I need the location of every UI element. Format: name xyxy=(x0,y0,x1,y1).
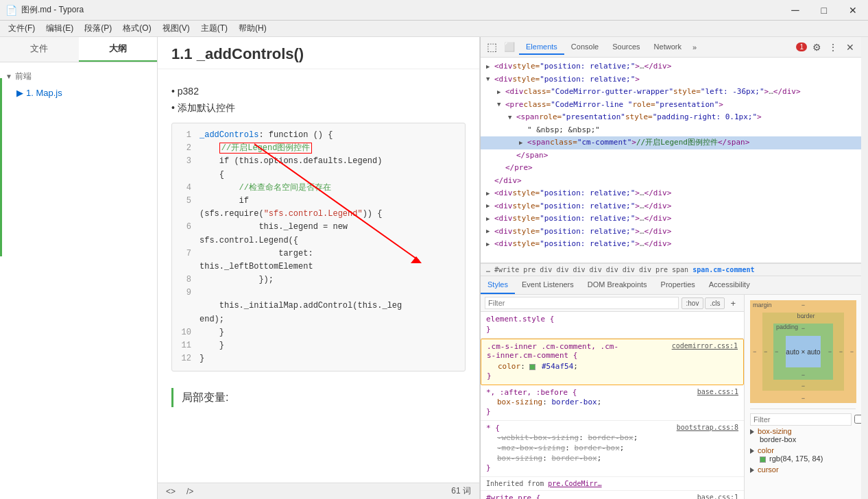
tab-files[interactable]: 文件 xyxy=(0,37,79,62)
style-selector: element.style { xyxy=(486,315,738,324)
menu-edit[interactable]: 编辑(E) xyxy=(40,21,79,36)
add-style-btn[interactable]: + xyxy=(726,297,740,309)
code-line-3: 3 if (this.options.defaults.Legend) xyxy=(178,155,459,168)
gear-icon[interactable]: ⚙ xyxy=(810,42,824,53)
dom-line-14[interactable]: ▶ <div style="position: relative;" > … <… xyxy=(481,238,861,251)
devtools-tab-sources[interactable]: Sources xyxy=(605,40,647,55)
code-line-7: 7 target: xyxy=(178,247,459,260)
dom-line-13[interactable]: ▶ <div style="position: relative;" > … <… xyxy=(481,226,861,239)
menu-file[interactable]: 文件(F) xyxy=(3,21,40,36)
breadcrumb-more[interactable]: … xyxy=(486,266,490,273)
breadcrumb-div4[interactable]: div xyxy=(590,266,602,273)
menu-paragraph[interactable]: 段落(P) xyxy=(79,21,117,36)
computed-filter-input[interactable] xyxy=(750,413,852,426)
sidebar-item-mapjs[interactable]: ▶1. Map.js xyxy=(5,85,152,101)
source-link-bootstrap[interactable]: bootstrap.css:8 xyxy=(677,424,738,431)
devtools-tab-network[interactable]: Network xyxy=(647,40,688,55)
hov-btn[interactable]: :hov xyxy=(682,297,704,309)
cls-btn[interactable]: .cls xyxy=(705,297,725,309)
code-block: 1 _addControls: function () { 2 //开启Lege… xyxy=(171,123,466,372)
breadcrumb-div3[interactable]: div xyxy=(573,266,586,273)
dom-line-0[interactable]: ▶ <div style="position: relative;" > … <… xyxy=(481,60,861,73)
breadcrumb-div1[interactable]: div xyxy=(540,266,552,273)
breadcrumb-div5[interactable]: div xyxy=(606,266,618,273)
source-link-base[interactable]: base.css:1 xyxy=(697,388,738,395)
close-btn[interactable]: ✕ xyxy=(843,5,863,16)
expand-icon[interactable] xyxy=(750,429,754,435)
expand-icon[interactable] xyxy=(750,448,754,454)
devtools-panel: ⬚ ⬜ Elements Console Sources Network » 1… xyxy=(480,37,861,499)
margin-bottom-val: − xyxy=(801,395,805,402)
sidebar-section-title[interactable]: ▼ 前端 xyxy=(5,68,152,85)
styles-filter-input[interactable] xyxy=(485,297,679,309)
menu-format[interactable]: 格式(O) xyxy=(117,21,156,36)
dom-line-3[interactable]: ▼ <pre class="CodeMirror-line " role="pr… xyxy=(481,99,861,112)
devtools-tab-console[interactable]: Console xyxy=(564,40,605,55)
menu-help[interactable]: 帮助(H) xyxy=(233,21,272,36)
color-swatch[interactable] xyxy=(529,364,535,370)
show-all-checkbox[interactable] xyxy=(854,415,861,424)
dom-line-5[interactable]: " &nbsp; &nbsp;" xyxy=(481,124,861,137)
maximize-btn[interactable]: □ xyxy=(816,5,832,16)
inspect-element-btn[interactable]: ⬚ xyxy=(483,39,500,56)
lower-tab-dom-breakpoints[interactable]: DOM Breakpoints xyxy=(581,276,654,294)
breadcrumb-pre2[interactable]: pre xyxy=(655,266,668,273)
source-link-cm[interactable]: codemirror.css:1 xyxy=(672,342,738,350)
breadcrumb-pre[interactable]: pre xyxy=(523,266,535,273)
minimize-btn[interactable]: ─ xyxy=(786,4,804,16)
breadcrumb-div6[interactable]: div xyxy=(623,266,635,273)
dom-line-6[interactable]: ▶ <span class="cm-comment" > //开启Legend图… xyxy=(481,136,861,149)
breadcrumb-write[interactable]: #write xyxy=(494,266,519,273)
code-text-9b: this._initialMap.addControl(this._leg xyxy=(200,300,402,313)
lower-tabs: Styles Event Listeners DOM Breakpoints P… xyxy=(481,276,861,295)
breadcrumb-span-cm-comment[interactable]: span.cm-comment xyxy=(692,266,754,273)
lower-tab-event-listeners[interactable]: Event Listeners xyxy=(515,276,581,294)
dom-line-11[interactable]: ▶ <div style="position: relative;" > … <… xyxy=(481,200,861,213)
devtools-tab-elements[interactable]: Elements xyxy=(519,40,564,55)
code-text-12: } xyxy=(200,352,204,365)
dom-line-1[interactable]: ▼ <div style="position: relative;" > xyxy=(481,73,861,86)
code-text-8: }); xyxy=(200,273,274,287)
dom-line-10[interactable]: ▶ <div style="position: relative;" > … <… xyxy=(481,187,861,200)
computed-item-color: color rgb(84, 175, 84) xyxy=(750,445,856,464)
show-all-label: Show all xyxy=(854,415,861,425)
box-content-size: auto × auto xyxy=(786,348,820,356)
lower-tab-properties[interactable]: Properties xyxy=(654,276,702,294)
border-top-val: − xyxy=(801,314,805,321)
line-num-9: 9 xyxy=(178,287,191,300)
menu-view[interactable]: 视图(V) xyxy=(157,21,195,36)
expand-icon[interactable] xyxy=(750,467,754,473)
dom-line-12[interactable]: ▶ <div style="position: relative;" > … <… xyxy=(481,212,861,226)
breadcrumb-span[interactable]: span xyxy=(672,266,688,273)
breadcrumb: … #write pre div div div div div div div… xyxy=(481,263,861,276)
content-body: p382 添加默认控件 1 _addControls: function () … xyxy=(158,69,479,483)
computed-item-cursor: cursor xyxy=(750,464,856,475)
lower-tab-styles[interactable]: Styles xyxy=(481,276,515,294)
menu-theme[interactable]: 主题(T) xyxy=(195,21,233,36)
padding-bottom-val: − xyxy=(801,372,805,378)
line-num-1: 1 xyxy=(178,129,191,142)
inherited-source[interactable]: pre.CodeMirr… xyxy=(548,480,601,487)
dom-line-7[interactable]: </span> xyxy=(481,149,861,162)
dom-line-2[interactable]: ▶ <div class="CodeMirror-gutter-wrapper"… xyxy=(481,86,861,99)
source-link-write-pre[interactable]: base.css:1 xyxy=(697,494,738,499)
breadcrumb-div2[interactable]: div xyxy=(556,266,568,273)
device-toolbar-btn[interactable]: ⬜ xyxy=(501,39,518,56)
more-dots-icon[interactable]: ⋮ xyxy=(825,42,841,53)
code-line-9c: end); xyxy=(178,313,459,326)
dom-line-9[interactable]: </div> xyxy=(481,175,861,188)
style-selector-cm-close: } xyxy=(487,372,738,380)
breadcrumb-div7[interactable]: div xyxy=(639,266,651,273)
devtools-more-tabs[interactable]: » xyxy=(688,40,701,54)
margin-right-val: − xyxy=(850,348,854,355)
lower-tab-accessibility[interactable]: Accessibility xyxy=(702,276,757,294)
sidebar-section-frontend: ▼ 前端 ▶1. Map.js xyxy=(5,68,152,101)
code-line-12: 12 } xyxy=(178,352,459,365)
style-rule-moz-boxsizing: -moz-box-sizing: border-box; xyxy=(486,443,738,453)
border-left-val: − xyxy=(764,348,767,355)
tab-outline[interactable]: 大纲 xyxy=(79,37,158,62)
dom-line-8[interactable]: </pre> xyxy=(481,162,861,175)
devtools-close-btn[interactable]: ✕ xyxy=(842,42,858,53)
code-icon: <> xyxy=(166,487,176,496)
dom-line-4[interactable]: ▼ <span role="presentation" style="paddi… xyxy=(481,111,861,124)
